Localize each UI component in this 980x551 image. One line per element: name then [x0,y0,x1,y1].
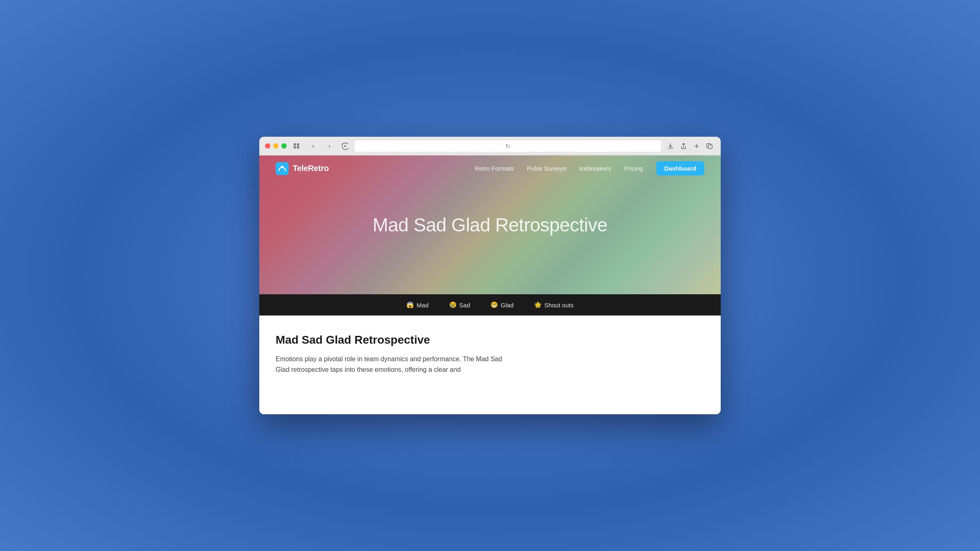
svg-point-4 [344,145,346,147]
browser-chrome: ‹ › ↻ [259,137,721,156]
tab-view-icon[interactable] [291,141,303,151]
address-bar[interactable]: ↻ [354,140,661,152]
glad-label: Glad [501,302,514,309]
browser-window: ‹ › ↻ [259,137,721,414]
content-title: Mad Sad Glad Retrospective [276,333,704,347]
navbar: TeleRetro Retro Formats Pulse Surveys Ic… [259,156,721,181]
tab-mad[interactable]: 😱 Mad [406,301,428,309]
new-tab-icon[interactable] [691,141,702,151]
site-wrapper: TeleRetro Retro Formats Pulse Surveys Ic… [259,156,721,414]
svg-rect-0 [294,143,296,146]
logo-text: TeleRetro [293,164,329,173]
nav-pricing[interactable]: Pricing [624,165,643,172]
mad-label: Mad [416,302,428,309]
back-button[interactable]: ‹ [307,141,319,151]
mad-emoji: 😱 [406,301,414,309]
browser-actions [665,141,715,151]
refresh-icon[interactable]: ↻ [506,143,510,149]
logo-area[interactable]: TeleRetro [276,162,329,175]
hero-title: Mad Sad Glad Retrospective [372,214,607,236]
nav-icebreakers[interactable]: Icebreakers [579,165,611,172]
nav-retro-formats[interactable]: Retro Formats [475,165,514,172]
minimize-button[interactable] [273,143,278,149]
logo-icon [276,162,289,175]
svg-rect-1 [297,143,299,146]
glad-emoji: 😁 [490,301,498,309]
download-icon[interactable] [665,141,676,151]
shout-outs-label: Shout outs [544,302,574,309]
shout-outs-emoji: 🌟 [534,301,542,309]
forward-button[interactable]: › [323,141,336,151]
copy-icon[interactable] [704,141,715,151]
tab-glad[interactable]: 😁 Glad [490,301,514,309]
svg-point-7 [281,166,283,168]
content-description: Emotions play a pivotal role in team dyn… [276,354,512,375]
svg-rect-5 [708,145,712,149]
svg-rect-6 [276,162,289,175]
traffic-lights [265,143,287,149]
nav-links: Retro Formats Pulse Surveys Icebreakers … [475,161,704,176]
close-button[interactable] [265,143,270,149]
svg-rect-3 [297,146,299,149]
tab-bar: 😱 Mad 😢 Sad 😁 Glad 🌟 Shout outs [259,294,721,315]
nav-pulse-surveys[interactable]: Pulse Surveys [527,165,566,172]
tab-shout-outs[interactable]: 🌟 Shout outs [534,301,574,309]
tab-sad[interactable]: 😢 Sad [449,301,470,309]
content-section: Mad Sad Glad Retrospective Emotions play… [259,315,721,414]
svg-rect-2 [294,146,296,149]
maximize-button[interactable] [281,143,287,149]
share-icon[interactable] [678,141,689,151]
sad-emoji: 😢 [449,301,457,309]
dashboard-button[interactable]: Dashboard [656,161,704,176]
sad-label: Sad [459,302,470,309]
privacy-icon [340,141,350,151]
